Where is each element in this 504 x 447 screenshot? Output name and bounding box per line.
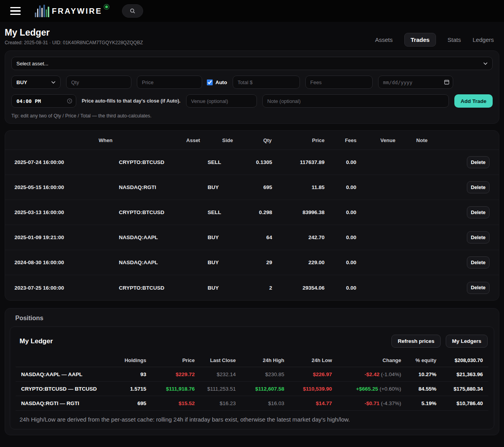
trades-table-panel: When Asset Side Qty Price Fees Venue Not…: [5, 130, 499, 301]
cell-when: 2025-03-13 16:00:00: [14, 209, 119, 215]
col-asset: Asset: [186, 137, 200, 143]
table-row: 2025-05-15 16:00:00 NASDAQ:RGTI BUY 695 …: [5, 175, 499, 200]
note-input[interactable]: [262, 94, 449, 108]
cell-asset: NASDAQ:RGTI: [119, 184, 208, 190]
col-note: Note: [416, 137, 428, 143]
side-select[interactable]: BUY: [11, 76, 61, 89]
cell-fees: 0.00: [325, 209, 393, 215]
status-dot-icon: [104, 4, 109, 10]
clock-icon[interactable]: [67, 98, 72, 104]
position-name: NASDAQ:RGTI — RGTI: [21, 400, 119, 406]
cell-qty: 29: [241, 260, 272, 265]
col-price: Price: [146, 357, 195, 363]
search-icon: [130, 8, 135, 14]
trade-form-panel: Select asset... BUY Auto Price auto-fill…: [5, 50, 499, 124]
position-change: -$2.42 (-1.04%): [332, 371, 401, 377]
cell-side: BUY: [208, 234, 241, 240]
cell-price: 83996.38: [272, 209, 325, 215]
cell-asset: CRYPTO:BTCUSD: [119, 285, 208, 291]
page-title: My Ledger: [5, 27, 143, 38]
cell-price: 11.85: [272, 184, 325, 190]
position-value: $175,880.34: [436, 386, 483, 392]
price-input[interactable]: [137, 76, 202, 89]
total-input[interactable]: [233, 76, 300, 89]
cell-price: 242.70: [272, 234, 325, 240]
calendar-icon[interactable]: [444, 79, 449, 85]
position-price: $111,918.76: [146, 386, 195, 392]
add-trade-button[interactable]: Add Trade: [454, 94, 493, 108]
cell-when: 2025-07-24 16:00:00: [14, 159, 119, 165]
delete-button[interactable]: Delete: [467, 256, 490, 269]
table-row: 2025-07-24 16:00:00 CRYPTO:BTCUSD SELL 0…: [5, 150, 499, 175]
cell-fees: 0.00: [325, 184, 393, 190]
tab-stats[interactable]: Stats: [448, 36, 461, 43]
tab-assets[interactable]: Assets: [375, 36, 393, 43]
delete-button[interactable]: Delete: [467, 156, 490, 168]
total-portfolio-value: $208,030.70: [436, 357, 483, 363]
cell-qty: 64: [241, 234, 272, 240]
position-name: CRYPTO:BTCUSD — BTCUSD: [21, 386, 119, 392]
cell-qty: 0.298: [241, 209, 272, 215]
menu-icon[interactable]: [10, 7, 21, 15]
position-last-close: $232.14: [195, 371, 236, 377]
trades-table-header: When Asset Side Qty Price Fees Venue Not…: [5, 131, 499, 150]
cell-fees: 0.00: [325, 234, 393, 240]
delete-button[interactable]: Delete: [467, 181, 490, 193]
position-row: NASDAQ:RGTI — RGTI 695 $15.52 $16.23 $16…: [16, 396, 488, 411]
cell-side: BUY: [208, 285, 241, 291]
position-price: $15.52: [146, 400, 195, 406]
venue-input[interactable]: [186, 94, 257, 108]
col-last-close: Last Close: [195, 357, 236, 363]
top-bar: FRAYWIRE: [0, 0, 504, 22]
cell-qty: 0.1305: [241, 159, 272, 165]
positions-section-title: Positions: [15, 315, 494, 322]
cell-when: 2025-01-09 19:21:00: [14, 234, 119, 240]
page-subtitle: Created: 2025-08-31 · UID: 01K40R8NCAM7T…: [5, 40, 143, 45]
auto-label[interactable]: Auto: [215, 79, 227, 85]
cell-price: 29354.06: [272, 285, 325, 291]
logo-bars-icon: [35, 5, 49, 17]
page-header: My Ledger Created: 2025-08-31 · UID: 01K…: [0, 22, 504, 50]
position-holdings: 695: [119, 400, 146, 406]
search-button[interactable]: [122, 4, 143, 18]
tab-ledgers[interactable]: Ledgers: [473, 36, 494, 43]
col-side: Side: [222, 137, 233, 143]
table-row: 2025-03-13 16:00:00 CRYPTO:BTCUSD SELL 0…: [5, 200, 499, 225]
cell-fees: 0.00: [325, 260, 393, 265]
col-holdings: Holdings: [119, 357, 146, 363]
cell-when: 2024-08-30 16:00:00: [14, 260, 119, 265]
position-holdings: 93: [119, 371, 146, 377]
cell-side: BUY: [208, 260, 241, 265]
col-equity: % equity: [401, 357, 436, 363]
asset-select[interactable]: Select asset...: [11, 57, 493, 70]
fees-input[interactable]: [305, 76, 373, 89]
delete-button[interactable]: Delete: [467, 282, 490, 294]
positions-card: My Ledger Refresh prices My Ledgers Hold…: [10, 326, 494, 429]
positions-footnote: 24h High/Low are derived from the per-as…: [16, 411, 488, 424]
my-ledgers-button[interactable]: My Ledgers: [446, 335, 488, 348]
col-price: Price: [312, 137, 325, 143]
cell-when: 2025-05-15 16:00:00: [14, 184, 119, 190]
position-equity-pct: 10.27%: [401, 371, 436, 377]
table-row: 2024-08-30 16:00:00 NASDAQ:AAPL BUY 29 2…: [5, 250, 499, 275]
qty-input[interactable]: [66, 76, 131, 89]
cell-asset: NASDAQ:AAPL: [119, 260, 208, 265]
delete-button[interactable]: Delete: [467, 206, 490, 218]
col-fees: Fees: [345, 137, 357, 143]
refresh-prices-button[interactable]: Refresh prices: [391, 335, 441, 348]
tab-trades[interactable]: Trades: [404, 33, 436, 47]
position-equity-pct: 5.19%: [401, 400, 436, 406]
position-change: -$0.71 (-4.37%): [332, 400, 401, 406]
chevron-down-icon: [51, 81, 56, 84]
tab-bar: Assets Trades Stats Ledgers: [375, 33, 494, 47]
position-value: $21,363.96: [436, 371, 483, 377]
auto-checkbox[interactable]: [207, 79, 213, 85]
position-holdings: 1.5715: [119, 386, 146, 392]
col-change: Change: [332, 357, 401, 363]
cell-qty: 695: [241, 184, 272, 190]
position-24h-high: $112,607.58: [236, 386, 284, 392]
brand-logo[interactable]: FRAYWIRE: [35, 5, 109, 17]
position-last-close: $111,253.51: [195, 386, 236, 392]
date-input[interactable]: [378, 76, 453, 89]
delete-button[interactable]: Delete: [467, 231, 490, 243]
